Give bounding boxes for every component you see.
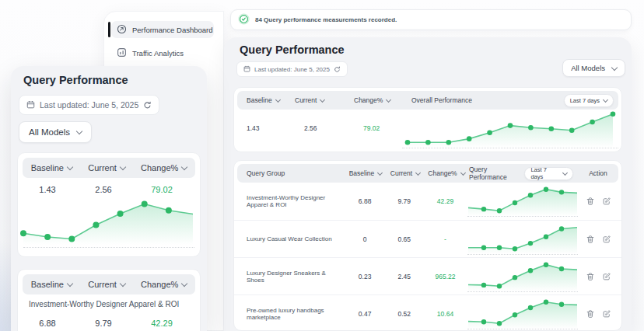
date-range-value: Last 7 days [530,166,559,180]
change-value: 42.29 [423,197,468,205]
check-circle-icon [238,13,250,26]
column-label: Baseline [31,163,64,172]
column-header-current[interactable]: Current [81,280,133,289]
column-header-baseline[interactable]: Baseline [237,96,295,104]
group-table: Baseline Current Change% Investment-Wort… [17,269,201,331]
edit-button[interactable] [602,272,611,281]
change-value: 10.64 [423,310,468,318]
sidebar-item-traffic-analytics[interactable]: Traffic Analytics [111,44,214,61]
calendar-icon [26,100,35,110]
column-label: Query Performance [469,166,524,181]
delete-button[interactable] [586,235,595,244]
baseline-value: 6.88 [18,319,77,328]
column-label: Change% [141,163,178,172]
delete-button[interactable] [586,197,595,206]
chevron-down-icon [275,96,281,102]
column-header-change[interactable]: Change% [354,96,407,104]
column-label: Action [589,169,607,177]
column-label: Current [88,280,117,289]
chevron-down-icon [386,96,391,102]
edit-button[interactable] [602,309,611,319]
column-header-baseline[interactable]: Baseline [23,163,81,172]
query-group-label: Investment-Worthy Designer Apparel & ROI [18,294,200,313]
last-updated-text: Last updated: June 5, 2025 [254,66,330,73]
model-filter-dropdown[interactable]: All Models [19,121,92,143]
baseline-value: 1.43 [247,124,260,132]
column-label: Current [88,163,117,172]
refresh-icon[interactable] [143,101,152,110]
chevron-down-icon [460,169,466,175]
column-label: Change% [354,96,383,104]
group-table-row: 6.88 9.79 42.29 [18,313,200,331]
baseline-value: 0 [344,235,386,243]
current-value: 0.52 [386,310,423,318]
chevron-down-icon [320,96,325,102]
chevron-down-icon [181,164,187,170]
column-label: Change% [141,280,178,289]
column-label: Baseline [31,280,64,289]
column-header-current[interactable]: Current [387,169,424,177]
query-performance-sparkline [467,224,578,255]
overview-table-header: Baseline Current Change% Overall Perform… [237,91,618,110]
query-group-table-header: Query Group Baseline Current Change% Que… [237,164,618,183]
last-updated-text: Last updated: June 5, 2025 [40,100,138,110]
chevron-down-icon [377,169,383,175]
table-row: Pre-owned luxury handbags marketplace 0.… [234,294,621,331]
column-header-current[interactable]: Current [295,96,354,104]
summary-table-header: Baseline Current Change% [23,158,195,178]
model-filter-value: All Models [29,127,70,137]
query-group-label: Luxury Casual Wear Collection [237,235,344,242]
delete-button[interactable] [586,309,595,319]
last-updated-badge: Last updated: June 5, 2025 [236,61,348,77]
query-group-table: Query Group Baseline Current Change% Que… [233,160,622,331]
refresh-icon[interactable] [334,66,341,73]
chevron-down-icon [562,169,568,175]
query-group-label: Investment-Worthy Designer Apparel & ROI [237,194,344,208]
edit-button[interactable] [602,197,611,206]
change-value: 42.29 [130,319,194,328]
group-table-header: Baseline Current Change% [23,274,195,294]
chevron-down-icon [67,164,73,170]
chevron-down-icon [181,280,187,287]
date-range-dropdown[interactable]: Last 7 days [524,167,573,180]
table-row: Luxury Casual Wear Collection 0 0.65 - [234,220,621,257]
model-filter-dropdown[interactable]: All Models [562,59,625,77]
panel-title: Query Performance [23,74,128,86]
delete-button[interactable] [586,272,595,281]
success-banner: 84 Query performance measurements record… [230,9,632,30]
column-header-baseline[interactable]: Baseline [23,280,81,289]
main-panel: Query Performance Last updated: June 5, … [224,37,632,331]
chevron-down-icon [76,128,82,134]
column-header-current[interactable]: Current [81,163,133,172]
sidebar-item-label: Performance Dashboard [132,26,213,34]
column-header-change[interactable]: Change% [132,163,195,172]
date-range-dropdown[interactable]: Last 7 days [564,94,614,107]
column-header-change[interactable]: Change% [424,169,469,177]
baseline-value: 0.23 [344,273,386,280]
change-value: - [423,235,468,243]
edit-button[interactable] [602,235,611,244]
table-row: Investment-Worthy Designer Apparel & ROI… [234,183,621,220]
column-header-query-group: Query Group [237,169,345,177]
column-label: Baseline [349,169,375,177]
column-header-baseline[interactable]: Baseline [345,169,387,177]
change-value: 79.02 [363,124,380,132]
sidebar-item-performance-dashboard[interactable]: Performance Dashboard [111,21,214,38]
column-header-change[interactable]: Change% [132,280,195,289]
overview-table-row: 1.43 2.56 79.02 [234,110,621,152]
last-updated-badge: Last updated: June 5, 2025 [19,95,159,115]
active-indicator [108,22,110,37]
overview-table: Baseline Current Change% Overall Perform… [233,87,622,152]
model-filter-value: All Models [571,64,605,72]
sidebar-item-label: Traffic Analytics [132,49,184,57]
chevron-down-icon [611,64,618,70]
chevron-down-icon [120,164,126,170]
summary-table-row: 1.43 2.56 79.02 [18,179,200,200]
chevron-down-icon [603,96,608,102]
table-row: Luxury Designer Sneakers & Shoes 0.23 2.… [234,257,621,294]
column-label: Change% [428,169,457,177]
chevron-down-icon [415,169,421,175]
baseline-value: 1.43 [18,185,77,194]
query-performance-sparkline [467,298,578,329]
date-range-value: Last 7 days [570,97,600,104]
